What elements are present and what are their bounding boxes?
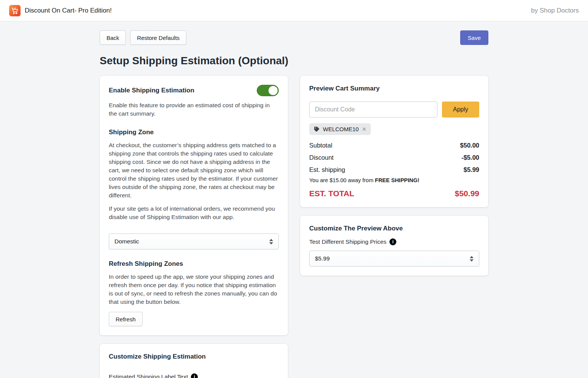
refresh-zones-title: Refresh Shipping Zones (109, 260, 279, 268)
info-icon[interactable]: i (191, 373, 198, 378)
app-logo-cart-icon (9, 5, 21, 16)
applied-discount-chip: WELCOME10 ✕ (309, 123, 371, 135)
customize-preview-title: Customize The Preview Above (309, 225, 479, 232)
est-total-row: EST. TOTAL $50.99 (309, 189, 479, 198)
preview-cart-card: Preview Cart Summary Apply WELCOME10 ✕ (300, 76, 488, 207)
enable-shipping-card: Enable Shipping Estimation Enable this f… (100, 76, 288, 335)
shipping-zone-paragraph-1: At checkout, the customer’s shipping add… (109, 141, 279, 200)
enable-shipping-title: Enable Shipping Estimation (109, 87, 194, 94)
toolbar: Back Restore Defaults Save (100, 30, 488, 45)
customize-shipping-title: Customize Shipping Estimation (109, 353, 279, 361)
test-shipping-prices-label: Test Different Shipping Prices (309, 238, 386, 245)
free-shipping-message: You are $15.00 away from FREE SHIPPING! (309, 177, 479, 183)
tag-icon (313, 126, 320, 132)
discount-value: -$5.00 (461, 154, 479, 161)
page-title: Setup Shipping Estimation (Optional) (100, 55, 488, 67)
left-column: Enable Shipping Estimation Enable this f… (100, 76, 288, 378)
free-shipping-highlight: FREE SHIPPING! (375, 177, 420, 183)
content-area: Back Restore Defaults Save Setup Shippin… (0, 21, 588, 378)
topbar: Discount On Cart- Pro Edition! by Shop D… (0, 0, 588, 21)
close-icon[interactable]: ✕ (362, 126, 367, 132)
customize-preview-card: Customize The Preview Above Test Differe… (300, 216, 488, 276)
est-shipping-label: Est. shipping (309, 166, 345, 173)
refresh-button[interactable]: Refresh (109, 312, 143, 326)
shipping-zone-paragraph-2: If your site gets a lot of international… (109, 205, 279, 221)
select-arrows-icon (269, 239, 273, 245)
summary-row-est-shipping: Est. shipping $5.99 (309, 166, 479, 173)
right-column: Preview Cart Summary Apply WELCOME10 ✕ (300, 76, 488, 276)
subtotal-value: $50.00 (460, 142, 479, 149)
shipping-price-selected-value: $5.99 (315, 255, 330, 262)
est-total-value: $50.99 (455, 189, 479, 198)
refresh-zones-description: In order to speed up the app, we store y… (109, 273, 279, 306)
byline: by Shop Doctors (531, 7, 579, 14)
select-arrows-icon (470, 256, 474, 262)
shipping-zone-selected-value: Domestic (114, 238, 139, 245)
preview-cart-title: Preview Cart Summary (309, 85, 479, 92)
summary-row-discount: Discount -$5.00 (309, 154, 479, 161)
enable-shipping-toggle[interactable] (257, 85, 279, 96)
applied-discount-code: WELCOME10 (323, 126, 359, 132)
restore-defaults-button[interactable]: Restore Defaults (130, 30, 186, 45)
enable-shipping-description: Enable this feature to provide an estima… (109, 101, 279, 118)
shipping-zone-title: Shipping Zone (109, 129, 279, 136)
toggle-knob (269, 86, 278, 95)
apply-button[interactable]: Apply (442, 102, 479, 118)
shipping-zone-select[interactable]: Domestic (109, 233, 279, 249)
shipping-price-select[interactable]: $5.99 (309, 251, 479, 267)
save-button[interactable]: Save (460, 30, 488, 45)
free-shipping-prefix: You are $15.00 away from (309, 177, 375, 183)
est-shipping-value: $5.99 (464, 166, 479, 173)
est-total-label: EST. TOTAL (309, 189, 354, 198)
app-title: Discount On Cart- Pro Edition! (25, 7, 112, 14)
info-icon[interactable]: i (389, 238, 396, 245)
discount-code-input[interactable] (309, 102, 437, 118)
summary-row-subtotal: Subtotal $50.00 (309, 142, 479, 149)
estimated-shipping-label-text: Estimated Shipping Label Text (109, 373, 188, 378)
customize-shipping-card: Customize Shipping Estimation Estimated … (100, 344, 288, 378)
back-button[interactable]: Back (100, 30, 126, 45)
subtotal-label: Subtotal (309, 142, 332, 149)
cart-summary: Subtotal $50.00 Discount -$5.00 Est. shi… (309, 142, 479, 198)
discount-label: Discount (309, 154, 334, 161)
